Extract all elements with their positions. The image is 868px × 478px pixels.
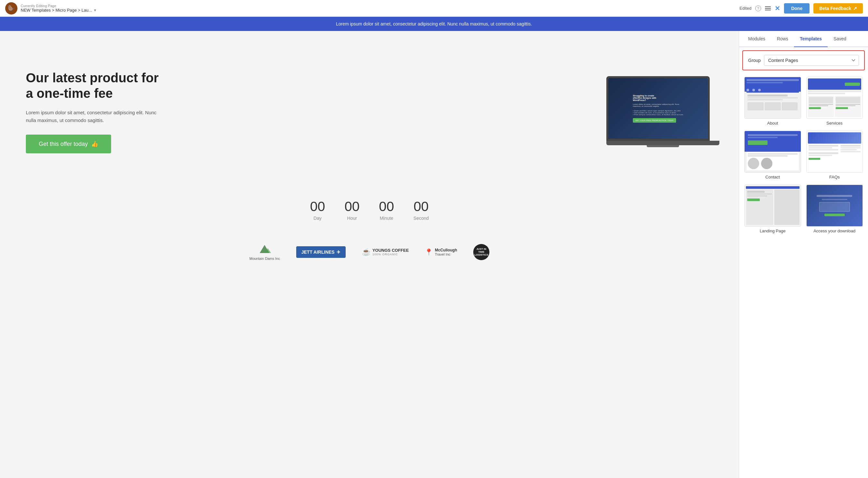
template-label-landing: Landing Page — [744, 229, 801, 233]
template-label-services: Services — [806, 121, 863, 126]
countdown-second: 00 Second — [413, 199, 429, 221]
topbar-left: 🦫 Currently Editing Page NEW Templates >… — [5, 2, 96, 14]
laptop-screen-inner: Struggling to createeffective designs wi… — [608, 78, 708, 139]
topbar-right: Edited ? ✕ Done Beta Feedback ↗ — [739, 3, 863, 13]
countdown-day: 00 Day — [310, 199, 325, 221]
announcement-bar: Lorem ipsum dolor sit amet, consectetur … — [0, 17, 868, 31]
logo-mountain-dams: Mountain Dams Inc — [249, 243, 280, 261]
countdown-second-number: 00 — [413, 199, 429, 214]
edited-label: Edited — [739, 6, 751, 11]
logo-mccullough-travel: 📍 McCullough Travel Inc — [425, 248, 457, 256]
mountain-dams-label: Mountain Dams Inc — [249, 257, 280, 261]
laptop-stand — [647, 145, 679, 147]
hamburger-icon[interactable] — [765, 6, 771, 10]
group-row: Group Content Pages Landing Pages Blog P… — [742, 50, 865, 70]
countdown-minute-label: Minute — [379, 215, 394, 221]
hero-title: Our latest product for a one-time fee — [26, 70, 161, 101]
map-pin-icon: 📍 — [425, 248, 433, 256]
template-item-access[interactable]: Access your download — [806, 184, 863, 233]
page-content: Our latest product for a one-time fee Lo… — [0, 31, 739, 478]
tab-rows[interactable]: Rows — [771, 31, 794, 47]
countdown-hour-label: Hour — [344, 215, 360, 221]
countdown-day-label: Day — [310, 215, 325, 221]
template-item-about[interactable]: About — [744, 77, 801, 126]
panel-tabs: Modules Rows Templates Saved — [739, 31, 868, 47]
template-label-about: About — [744, 121, 801, 126]
currently-editing-label: Currently Editing Page — [21, 4, 96, 8]
group-label: Group — [748, 58, 761, 63]
coffee-icon: ☕ — [362, 248, 371, 256]
template-thumb-access — [806, 184, 863, 227]
external-link-icon: ↗ — [853, 6, 857, 11]
group-select[interactable]: Content Pages Landing Pages Blog Portfol… — [764, 55, 859, 66]
youngs-coffee-sublabel: 100% ORGANIC — [372, 253, 409, 256]
template-thumb-services — [806, 77, 863, 119]
laptop-base — [606, 141, 719, 145]
countdown-hour: 00 Hour — [344, 199, 360, 221]
template-thumb-contact — [744, 131, 801, 173]
laptop-mockup: Struggling to createeffective designs wi… — [606, 76, 719, 147]
announcement-text: Lorem ipsum dolor sit amet, consectetur … — [336, 21, 532, 27]
help-icon[interactable]: ? — [755, 5, 761, 11]
mccullough-travel-label: McCullough — [435, 248, 457, 252]
hero-description: Lorem ipsum dolor sit amet, consectetur … — [26, 109, 161, 124]
beta-feedback-button[interactable]: Beta Feedback ↗ — [813, 3, 863, 13]
mountain-logo-icon — [256, 243, 273, 255]
logo-youngs-coffee: ☕ YOUNGS COFFEE 100% ORGANIC — [362, 248, 409, 256]
logos-section: Mountain Dams Inc JETT AIRLINES ✈ ☕ YOUN… — [0, 234, 739, 270]
chevron-down-icon[interactable]: ▾ — [94, 8, 96, 12]
tab-modules[interactable]: Modules — [742, 31, 771, 47]
page-name: NEW Templates > Micro Page > Lau... ▾ — [21, 8, 96, 12]
tab-templates[interactable]: Templates — [794, 31, 828, 47]
close-icon[interactable]: ✕ — [775, 4, 780, 12]
logo-jett-airlines: JETT AIRLINES ✈ — [296, 246, 346, 258]
hero-text: Our latest product for a one-time fee Lo… — [26, 70, 161, 153]
template-grid: About — [739, 74, 868, 237]
main-layout: Our latest product for a one-time fee Lo… — [0, 31, 868, 478]
youngs-coffee-label: YOUNGS COFFEE — [372, 248, 409, 253]
countdown-minute: 00 Minute — [379, 199, 394, 221]
template-label-access: Access your download — [806, 229, 863, 233]
thumbs-up-icon: 👍 — [91, 140, 98, 147]
countdown-day-number: 00 — [310, 199, 325, 214]
template-item-landing[interactable]: Landing Page — [744, 184, 801, 233]
mccullough-travel-sublabel: Travel Inc — [435, 252, 457, 256]
template-label-contact: Contact — [744, 175, 801, 179]
get-offer-button[interactable]: Get this offer today 👍 — [26, 135, 111, 153]
right-panel: Modules Rows Templates Saved Group Conte… — [739, 31, 868, 478]
template-item-contact[interactable]: Contact — [744, 131, 801, 179]
logo-just-in-time: JUST IN TIME LOGISTICS — [473, 244, 489, 260]
countdown-hour-number: 00 — [344, 199, 360, 214]
countdown-minute-number: 00 — [379, 199, 394, 214]
tab-saved[interactable]: Saved — [828, 31, 852, 47]
template-thumb-landing — [744, 184, 801, 227]
hero-section: Our latest product for a one-time fee Lo… — [0, 31, 739, 186]
countdown-second-label: Second — [413, 215, 429, 221]
jett-airlines-label: JETT AIRLINES — [301, 249, 335, 255]
screen-content: Struggling to createeffective designs wi… — [629, 91, 686, 126]
app-logo: 🦫 — [5, 2, 18, 14]
airplane-icon: ✈ — [337, 249, 340, 255]
laptop-screen: Struggling to createeffective designs wi… — [606, 76, 710, 141]
just-in-time-label: JUST IN TIME LOGISTICS — [474, 247, 488, 256]
countdown-section: 00 Day 00 Hour 00 Minute 00 Second — [0, 186, 739, 234]
template-item-services[interactable]: Services — [806, 77, 863, 126]
topbar: 🦫 Currently Editing Page NEW Templates >… — [0, 0, 868, 17]
template-label-faqs: FAQs — [806, 175, 863, 179]
template-thumb-faqs — [806, 131, 863, 173]
template-thumb-about — [744, 77, 801, 119]
template-item-faqs[interactable]: FAQs — [806, 131, 863, 179]
page-info: Currently Editing Page NEW Templates > M… — [21, 4, 96, 12]
done-button[interactable]: Done — [784, 3, 809, 13]
